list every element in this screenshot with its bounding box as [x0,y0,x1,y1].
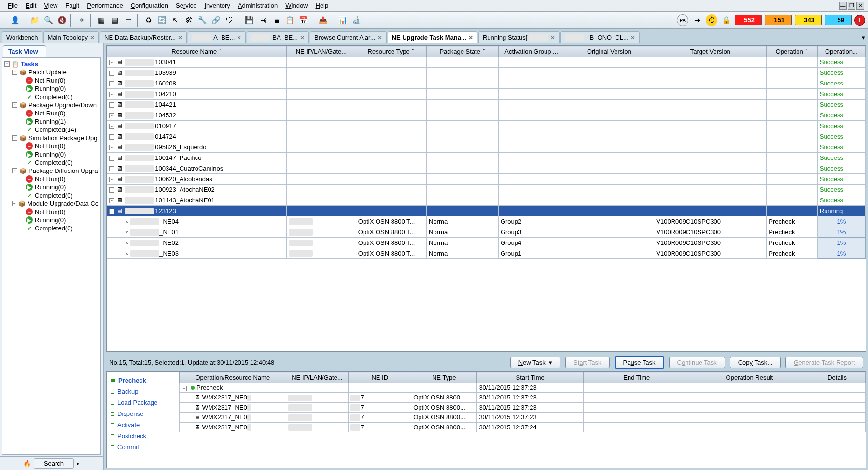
table-row[interactable]: 🖥 WMX2317_NE07OptiX OSN 8800...30/11/201… [180,393,866,403]
detail-grid[interactable]: Operation/Resource NameNE IP/LAN/Gate...… [179,372,866,468]
step-activate[interactable]: Activate [110,419,176,430]
alert-icon[interactable]: ! [854,15,865,26]
table-row[interactable]: +🖥 014724Success [107,131,866,142]
toolbar-sync-icon[interactable]: 🔄 [156,14,168,26]
row-expander-icon[interactable]: + [109,92,114,97]
table-row[interactable]: +🖥 160208Success [107,78,866,89]
toolbar-folder-icon[interactable]: 📁 [29,14,41,26]
toolbar-sound-icon[interactable]: 🔇 [56,14,68,26]
close-icon[interactable]: ✕ [237,34,241,41]
column-header[interactable]: Resource Name ˅ [107,46,287,57]
close-icon[interactable]: ✕ [468,34,473,41]
table-row[interactable]: ▫ _NE04OptiX OSN 8800 T...NormalGroup2V1… [107,216,866,227]
table-row[interactable]: -🖥 123123Running [107,206,866,216]
alarm-minor-count[interactable]: 343 [795,15,822,25]
tree-status-item[interactable]: −Not Run(0) [4,142,98,150]
table-row[interactable]: +🖥 010917Success [107,121,866,131]
close-icon[interactable]: ✕ [630,34,635,41]
copy-task-button[interactable]: Copy Task... [730,357,781,368]
table-row[interactable]: +🖥 100923_AtochaNE02Success [107,185,866,195]
row-expander-icon[interactable]: - [109,209,114,214]
menu-configuration[interactable]: Configuration [127,0,172,11]
tree-status-item[interactable]: −Not Run(0) [4,208,98,216]
document-tab[interactable]: Workbench [2,31,42,43]
timer-icon[interactable]: ⏱ [706,14,717,26]
row-expander-icon[interactable]: + [109,102,114,108]
tree-status-item[interactable]: ▶Running(0) [4,183,98,191]
toolbar-report-icon[interactable]: 📋 [284,14,295,26]
tree-status-item[interactable]: ✔Completed(0) [4,224,98,232]
table-row[interactable]: -Precheck30/11/2015 12:37:23 [180,383,866,393]
tree-status-item[interactable]: ▶Running(0) [4,150,98,158]
row-expander-icon[interactable]: + [109,81,114,86]
tree-group[interactable]: −📦Patch Update [4,68,98,76]
document-tab[interactable]: BA_BE...✕ [247,31,309,43]
column-header[interactable]: Package State ˅ [427,46,499,57]
column-header[interactable]: Operation... [817,46,865,57]
row-expander-icon[interactable]: + [109,60,114,65]
table-row[interactable]: 🖥 WMX2317_NE07OptiX OSN 8800...30/11/201… [180,402,866,413]
step-commit[interactable]: Commit [110,442,176,453]
row-expander-icon[interactable]: - [182,386,187,391]
table-row[interactable]: 🖥 WMX2317_NE07OptiX OSN 8800...30/11/201… [180,413,866,423]
row-expander-icon[interactable]: + [109,177,114,182]
toolbar-user-icon[interactable]: 👤 [9,14,21,26]
document-tab[interactable]: _B_ONO_CL...✕ [560,31,639,43]
tree-status-item[interactable]: −Not Run(0) [4,109,98,117]
menu-service[interactable]: Service [172,0,200,11]
step-postcheck[interactable]: Postcheck [110,430,176,442]
menu-window[interactable]: Window [281,0,311,11]
tree-status-item[interactable]: ✔Completed(0) [4,191,98,199]
document-tab[interactable]: Browse Current Alar...✕ [310,31,386,43]
column-header[interactable]: Resource Type ˅ [356,46,426,57]
toolbar-window-icon[interactable]: ▭ [123,14,134,26]
toolbar-layers-icon[interactable]: ▦ [96,14,107,26]
column-header[interactable]: Activation Group ... [498,46,564,57]
tree-status-item[interactable]: ✔Completed(14) [4,126,98,134]
forward-icon[interactable]: ➜ [691,14,703,26]
document-tab[interactable]: NE Data Backup/Restor...✕ [100,31,187,43]
close-icon[interactable]: ✕ [178,34,182,41]
toolbar-search-icon[interactable]: 🔍 [42,14,54,26]
toolbar-chart-icon[interactable]: 📊 [337,14,349,26]
table-row[interactable]: +🖥 100147_PacificoSuccess [107,153,866,163]
tree-group[interactable]: −📦Package Diffusion Upgra [4,167,98,175]
row-expander-icon[interactable]: + [109,124,114,129]
column-header[interactable]: Operation/Resource Name [180,372,286,383]
toolbar-wrench-icon[interactable]: 🔧 [196,14,208,26]
toolbar-refresh-icon[interactable]: ♻ [142,14,154,26]
alarm-critical-count[interactable]: 552 [735,15,762,25]
row-expander-icon[interactable]: + [109,187,114,193]
menu-performance[interactable]: Performance [83,0,126,11]
tree-status-item[interactable]: ▶Running(0) [4,85,98,93]
toolbar-analyze-icon[interactable]: 🔬 [350,14,362,26]
toolbar-topology-icon[interactable]: ✧ [76,14,87,26]
toolbar-grid-icon[interactable]: ▤ [109,14,121,26]
search-dropdown-icon[interactable]: ▸ [77,460,80,467]
document-tab[interactable]: NE Upgrade Task Mana...✕ [388,31,477,43]
step-load-package[interactable]: Load Package [110,397,176,408]
toolbar-tools-icon[interactable]: 🛠 [183,14,195,26]
step-precheck[interactable]: Precheck [110,375,176,386]
toolbar-link-icon[interactable]: 🔗 [210,14,222,26]
menu-administration[interactable]: Administration [234,0,281,11]
tree-status-item[interactable]: ✔Completed(0) [4,158,98,167]
tree-group[interactable]: −📦Module Upgrade/Data Co [4,199,98,208]
column-header[interactable]: Target Version [654,46,767,57]
table-row[interactable]: +🖥 103041Success [107,57,866,68]
table-row[interactable]: +🖥 095826_EsquerdoSuccess [107,142,866,153]
tree-root[interactable]: −📋Tasks [4,60,98,68]
close-icon[interactable]: ✕ [90,34,95,41]
menu-file[interactable]: File [4,0,22,11]
pa-badge-icon[interactable]: PA [677,14,688,26]
document-tab[interactable]: A_BE...✕ [188,31,246,43]
tree-status-item[interactable]: ✔Completed(0) [4,93,98,101]
pause-task-button[interactable]: Pause Task [615,356,664,369]
tree-group[interactable]: −📦Simulation Package Upg [4,134,98,142]
row-expander-icon[interactable]: + [109,71,114,76]
tabs-overflow-icon[interactable]: ▾ [859,32,868,43]
row-expander-icon[interactable]: + [109,198,114,203]
column-header[interactable]: Operation Result [690,372,809,383]
tree-status-item[interactable]: −Not Run(0) [4,76,98,85]
column-header[interactable]: NE ID [349,372,411,383]
